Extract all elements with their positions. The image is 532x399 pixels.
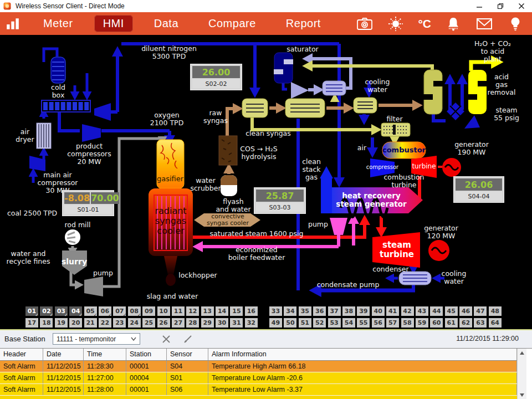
station-cell-46[interactable]: 46	[459, 306, 472, 316]
column-header-time[interactable]: Time	[84, 349, 126, 360]
station-cell-32[interactable]: 32	[245, 318, 258, 328]
station-cell-15[interactable]: 15	[230, 306, 243, 316]
station-cell-55[interactable]: 55	[357, 318, 370, 328]
station-cell-07[interactable]: 07✓	[113, 306, 126, 316]
column-header-alarm-information[interactable]: Alarm Information	[208, 349, 517, 360]
station-cell-38[interactable]: 38	[342, 306, 355, 316]
station-cell-34[interactable]: 34	[284, 306, 296, 316]
sensor-tag: S04-04	[456, 192, 502, 201]
station-cell-59[interactable]: 59	[416, 318, 428, 328]
station-cell-60[interactable]: 60	[430, 318, 443, 328]
minimize-button[interactable]	[469, 0, 490, 12]
station-cell-62[interactable]: 62	[459, 318, 472, 328]
station-cell-47[interactable]: 47	[474, 306, 487, 316]
station-cell-42[interactable]: 42	[401, 306, 414, 316]
column-header-sensor[interactable]: Sensor	[167, 349, 208, 360]
station-cell-17[interactable]: 17	[25, 318, 38, 328]
station-cell-58[interactable]: 58	[401, 318, 414, 328]
station-cell-53[interactable]: 53	[328, 318, 341, 328]
table-scrollbar[interactable]	[517, 349, 526, 399]
station-cell-50[interactable]: 50	[284, 318, 296, 328]
close-button[interactable]	[511, 0, 532, 12]
alarm-button[interactable]	[444, 16, 462, 32]
syngas-exchanger-3	[354, 98, 377, 113]
station-cell-51[interactable]: 51	[299, 318, 311, 328]
mail-button[interactable]	[475, 16, 493, 32]
station-cell-40[interactable]: 40	[372, 306, 385, 316]
camera-button[interactable]	[356, 16, 374, 32]
menu-item-report[interactable]: Report	[277, 15, 330, 32]
station-cell-05[interactable]: 05✓	[84, 306, 97, 316]
alarm-row[interactable]: Soft Alarm11/12/201511:28:3000001S04Temp…	[0, 361, 517, 372]
station-cell-04[interactable]: 04✓	[69, 306, 82, 316]
station-cell-45[interactable]: 45	[445, 306, 458, 316]
station-cell-20[interactable]: 20	[69, 318, 82, 328]
station-cell-02[interactable]: 02✓	[40, 306, 53, 316]
station-cell-06[interactable]: 06✓	[99, 306, 111, 316]
lightbulb-icon	[509, 16, 522, 32]
column-header-station[interactable]: Station	[126, 349, 167, 360]
station-cell-39[interactable]: 39	[357, 306, 370, 316]
station-cell-28[interactable]: 28	[186, 318, 199, 328]
station-cell-54[interactable]: 54	[342, 318, 355, 328]
station-grid-right: 3334353637383940414243444546474849505152…	[269, 306, 502, 328]
station-cell-13[interactable]: 13	[201, 306, 214, 316]
station-cell-12[interactable]: 12	[186, 306, 199, 316]
brightness-button[interactable]	[387, 16, 405, 32]
station-cell-43[interactable]: 43	[416, 306, 428, 316]
station-cell-48[interactable]: 48	[489, 306, 502, 316]
station-cell-52[interactable]: 52	[313, 318, 326, 328]
menu-item-meter[interactable]: Meter	[34, 15, 82, 32]
station-cell-16[interactable]: 16	[245, 306, 258, 316]
station-cell-23[interactable]: 23	[113, 318, 126, 328]
station-cell-22[interactable]: 22	[99, 318, 111, 328]
cos-hydrolysis-vessel	[219, 136, 237, 165]
station-cell-18[interactable]: 18	[40, 318, 53, 328]
station-cell-01[interactable]: 01✓	[25, 306, 38, 316]
station-cell-49[interactable]: 49	[269, 318, 282, 328]
scroll-down-button[interactable]	[518, 391, 526, 399]
alarm-row[interactable]: Soft Alarm11/12/201511:28:0000001S06Temp…	[0, 384, 517, 396]
edit-button[interactable]	[181, 332, 194, 346]
scroll-up-button[interactable]	[518, 349, 526, 357]
station-cell-24[interactable]: 24	[128, 318, 141, 328]
station-cell-08[interactable]: 08✓	[128, 306, 141, 316]
station-cell-37[interactable]: 37	[328, 306, 341, 316]
station-cell-56[interactable]: 56	[372, 318, 385, 328]
station-cell-11[interactable]: 11	[172, 306, 185, 316]
station-cell-09[interactable]: 09	[142, 306, 155, 316]
station-cell-25[interactable]: 25	[142, 318, 155, 328]
menu-item-data[interactable]: Data	[145, 15, 187, 32]
station-cell-29[interactable]: 29	[201, 318, 214, 328]
station-cell-33[interactable]: 33	[269, 306, 282, 316]
base-station-select[interactable]: 11111 - tempmonitor	[53, 333, 140, 345]
column-header-header[interactable]: Header	[0, 349, 43, 360]
bar-chart-icon[interactable]	[6, 17, 20, 31]
tips-button[interactable]	[507, 16, 524, 32]
restore-button[interactable]	[490, 0, 511, 12]
station-cell-27[interactable]: 27	[172, 318, 185, 328]
station-cell-30[interactable]: 30	[216, 318, 228, 328]
station-cell-10[interactable]: 10	[157, 306, 170, 316]
station-cell-26[interactable]: 26	[157, 318, 170, 328]
station-cell-35[interactable]: 35	[299, 306, 311, 316]
station-cell-44[interactable]: 44	[430, 306, 443, 316]
nitrogen-fan	[94, 103, 111, 121]
menu-item-compare[interactable]: Compare	[200, 15, 265, 32]
menu-item-hmi[interactable]: HMI	[94, 15, 133, 32]
alarm-row[interactable]: Soft Alarm11/12/201511:27:0000004S01Temp…	[0, 372, 517, 384]
station-cell-61[interactable]: 61	[445, 318, 458, 328]
celsius-toggle[interactable]: °C	[418, 16, 431, 32]
station-cell-57[interactable]: 57	[386, 318, 399, 328]
station-cell-31[interactable]: 31	[230, 318, 243, 328]
clear-button[interactable]	[160, 332, 173, 346]
station-cell-64[interactable]: 64	[489, 318, 502, 328]
station-cell-41[interactable]: 41	[386, 306, 399, 316]
station-cell-03[interactable]: 03✓	[55, 306, 68, 316]
station-cell-19[interactable]: 19	[55, 318, 68, 328]
column-header-date[interactable]: Date	[43, 349, 84, 360]
station-cell-14[interactable]: 14	[216, 306, 228, 316]
station-cell-21[interactable]: 21	[84, 318, 97, 328]
station-cell-36[interactable]: 36	[313, 306, 326, 316]
station-cell-63[interactable]: 63	[474, 318, 487, 328]
